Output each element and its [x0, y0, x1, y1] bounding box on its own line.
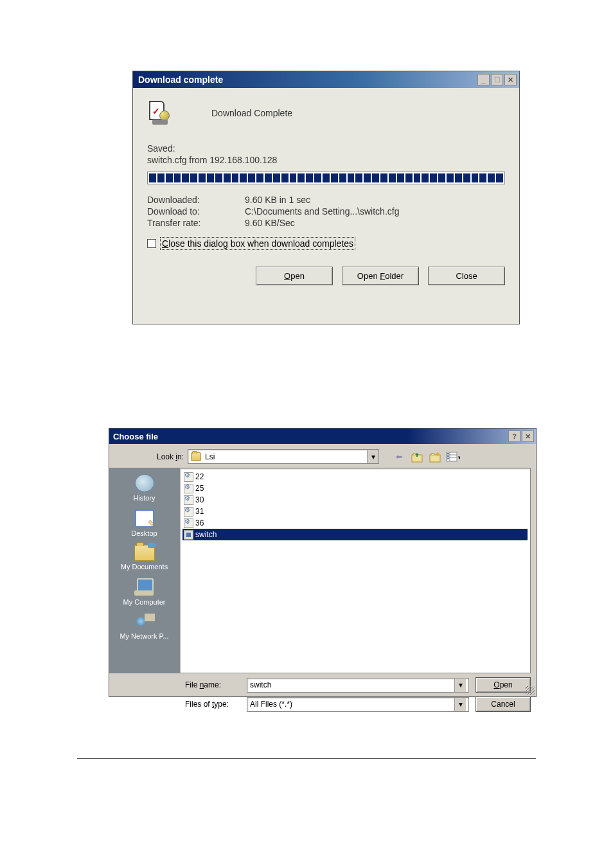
- svg-rect-12: [447, 458, 449, 459]
- open-folder-button[interactable]: Open Folder: [342, 267, 419, 285]
- maximize-button: ☐: [491, 74, 503, 85]
- my-network-icon: [134, 614, 155, 630]
- download-complete-heading: Download Complete: [211, 108, 292, 118]
- cancel-button[interactable]: Cancel: [475, 696, 531, 712]
- downloaded-label: Downloaded:: [147, 195, 245, 205]
- dropdown-arrow-icon[interactable]: ▾: [367, 450, 378, 463]
- config-file-icon: [184, 518, 193, 528]
- titlebar-buttons: _ ☐ ✕: [477, 74, 517, 85]
- transferrate-label: Transfer rate:: [147, 218, 245, 228]
- download-complete-icon: ✓: [147, 101, 173, 125]
- file-item-selected[interactable]: switch: [182, 529, 528, 540]
- switch-file-icon: [184, 530, 193, 540]
- file-item[interactable]: 36: [182, 517, 528, 529]
- lookin-label: Look in:: [114, 452, 184, 461]
- svg-rect-10: [447, 453, 449, 454]
- download-complete-dialog: Download complete _ ☐ ✕ ✓ Download Compl…: [132, 71, 520, 324]
- dropdown-arrow-icon[interactable]: ▾: [454, 678, 466, 692]
- horizontal-rule: [77, 758, 536, 759]
- close-on-complete-label: Close this dialog box when download comp…: [160, 237, 355, 250]
- places-desktop[interactable]: Desktop: [114, 507, 175, 540]
- svg-rect-1: [430, 455, 440, 462]
- my-documents-icon: [134, 545, 155, 561]
- dialog-body: ✓ Download Complete Saved: switch.cfg fr…: [133, 88, 519, 297]
- svg-text:▾: ▾: [458, 454, 460, 461]
- new-folder-button[interactable]: [428, 450, 442, 464]
- config-file-icon: [184, 507, 193, 517]
- window-title: Download complete: [138, 75, 223, 85]
- file-item[interactable]: 30: [182, 494, 528, 506]
- folder-icon: [191, 452, 201, 461]
- file-item[interactable]: 25: [182, 483, 528, 494]
- resize-grip[interactable]: [526, 686, 535, 695]
- filetype-dropdown[interactable]: All Files (*.*) ▾: [247, 697, 469, 712]
- filename-label: File name:: [185, 680, 240, 689]
- config-file-icon: [184, 472, 193, 482]
- close-button[interactable]: ✕: [522, 430, 534, 442]
- filename-input[interactable]: switch ▾: [247, 678, 469, 693]
- places-my-documents[interactable]: My Documents: [114, 542, 175, 573]
- downloadto-label: Download to:: [147, 206, 245, 217]
- choose-file-dialog: Choose file ? ✕ Look in: Lsi ▾ ⬅ ▾: [109, 428, 537, 697]
- svg-rect-11: [447, 456, 449, 457]
- downloaded-value: 9.60 KB in 1 sec: [245, 195, 310, 205]
- progress-bar: [147, 172, 505, 184]
- saved-label: Saved:: [147, 143, 505, 154]
- close-dialog-button[interactable]: Close: [428, 267, 505, 285]
- file-list-pane[interactable]: 22 25 30 31 36 switch: [179, 468, 531, 673]
- lookin-dropdown[interactable]: Lsi ▾: [188, 449, 379, 464]
- places-my-computer[interactable]: My Computer: [114, 576, 175, 608]
- my-computer-icon: [134, 578, 155, 596]
- config-file-icon: [184, 495, 193, 505]
- titlebar: Download complete _ ☐ ✕: [133, 71, 519, 88]
- view-menu-button[interactable]: ▾: [446, 450, 460, 464]
- filetype-label: Files of type:: [185, 700, 240, 709]
- file-item[interactable]: 22: [182, 471, 528, 483]
- places-bar: History Desktop My Documents My Computer…: [109, 468, 179, 673]
- help-button[interactable]: ?: [508, 430, 520, 442]
- saved-value: switch.cfg from 192.168.100.128: [147, 155, 505, 165]
- config-file-icon: [184, 484, 193, 493]
- open-button[interactable]: Open: [256, 267, 333, 285]
- downloadto-value: C:\Documents and Setting...\switch.cfg: [245, 206, 399, 217]
- minimize-button[interactable]: _: [477, 74, 490, 85]
- up-one-level-button[interactable]: [410, 450, 424, 464]
- lookin-value: Lsi: [205, 452, 215, 461]
- window-title: Choose file: [113, 432, 158, 441]
- desktop-icon: [135, 509, 154, 527]
- file-item[interactable]: 31: [182, 506, 528, 517]
- back-button[interactable]: ⬅: [392, 450, 406, 464]
- titlebar: Choose file ? ✕: [109, 429, 536, 444]
- open-button[interactable]: Open: [475, 677, 531, 693]
- transferrate-value: 9.60 KB/Sec: [245, 218, 295, 228]
- dropdown-arrow-icon[interactable]: ▾: [454, 698, 466, 711]
- history-icon: [135, 474, 154, 492]
- places-my-network[interactable]: My Network P...: [114, 611, 175, 642]
- places-history[interactable]: History: [114, 472, 175, 504]
- close-button[interactable]: ✕: [504, 74, 517, 85]
- close-on-complete-checkbox[interactable]: [147, 239, 156, 248]
